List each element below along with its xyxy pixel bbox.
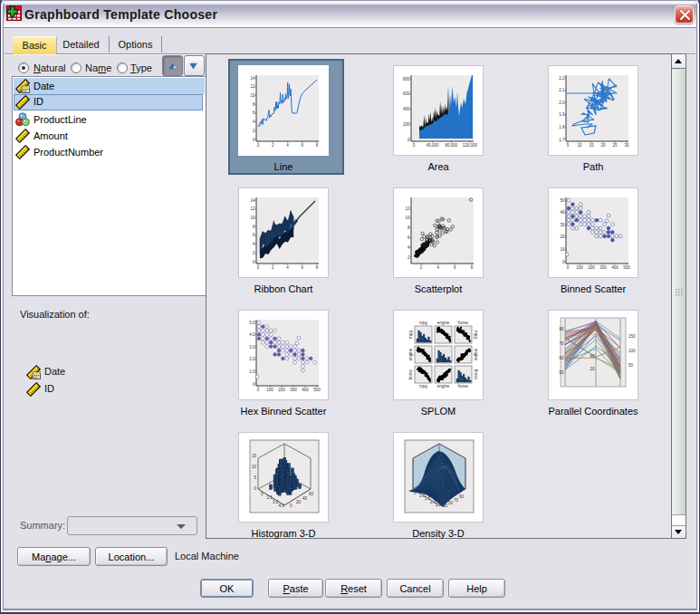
svg-text:4: 4: [408, 245, 410, 250]
svg-text:mpg: mpg: [408, 331, 413, 339]
svg-text:mpg: mpg: [474, 331, 478, 339]
svg-text:4: 4: [253, 120, 255, 124]
svg-text:engine: engine: [474, 349, 478, 361]
svg-text:2: 2: [272, 143, 274, 148]
svg-text:0: 0: [253, 382, 255, 387]
svg-text:2.2: 2.2: [559, 76, 565, 81]
svg-text:0: 0: [413, 143, 416, 148]
svg-text:12: 12: [405, 206, 410, 211]
svg-text:200: 200: [278, 388, 285, 392]
svg-text:horse: horse: [458, 384, 469, 389]
svg-text:30: 30: [624, 143, 629, 148]
svg-text:20: 20: [590, 367, 595, 371]
svg-text:0: 0: [408, 138, 410, 142]
svg-text:800: 800: [403, 77, 410, 82]
svg-text:horse: horse: [458, 321, 469, 325]
svg-text:500: 500: [623, 265, 630, 270]
svg-text:2.5: 2.5: [436, 503, 442, 507]
svg-text:1.0: 1.0: [249, 369, 255, 374]
svg-text:400: 400: [302, 388, 309, 392]
svg-text:6: 6: [454, 265, 456, 270]
svg-text:10: 10: [405, 216, 410, 220]
svg-text:6: 6: [253, 233, 255, 237]
svg-text:0: 0: [253, 138, 255, 142]
svg-text:engine: engine: [408, 348, 413, 360]
svg-text:100: 100: [628, 349, 636, 353]
svg-text:40: 40: [590, 354, 595, 359]
svg-text:400: 400: [403, 107, 410, 111]
svg-text:0: 0: [253, 260, 255, 264]
svg-text:600: 600: [403, 91, 410, 96]
svg-text:14: 14: [250, 76, 255, 81]
svg-text:15: 15: [589, 143, 594, 148]
svg-text:8: 8: [253, 225, 255, 229]
svg-text:horse: horse: [474, 369, 478, 380]
svg-text:200: 200: [588, 265, 595, 270]
svg-text:0: 0: [562, 260, 565, 264]
svg-text:120,000: 120,000: [463, 143, 478, 148]
svg-text:6: 6: [301, 265, 303, 270]
svg-text:60: 60: [559, 356, 564, 360]
svg-text:6: 6: [408, 235, 410, 240]
svg-text:40,000: 40,000: [427, 143, 439, 148]
svg-text:0: 0: [257, 265, 260, 270]
svg-text:10: 10: [577, 143, 582, 148]
svg-text:50: 50: [448, 501, 454, 505]
svg-text:100: 100: [576, 265, 583, 270]
svg-text:6: 6: [253, 110, 255, 115]
svg-text:8: 8: [408, 225, 410, 230]
svg-text:25: 25: [612, 143, 618, 148]
svg-text:70: 70: [454, 498, 459, 503]
svg-text:80,000: 80,000: [445, 143, 457, 148]
svg-text:10: 10: [250, 93, 255, 98]
svg-text:10: 10: [252, 465, 257, 469]
svg-text:300: 300: [599, 265, 607, 270]
svg-text:12: 12: [250, 84, 255, 89]
svg-text:30: 30: [560, 223, 565, 227]
svg-text:4: 4: [286, 265, 289, 270]
svg-text:20: 20: [560, 235, 565, 239]
svg-text:2.0: 2.0: [249, 357, 255, 361]
svg-text:12: 12: [250, 206, 255, 211]
svg-text:40: 40: [560, 210, 565, 215]
svg-text:2.0: 2.0: [559, 101, 565, 105]
svg-text:500: 500: [313, 388, 321, 392]
svg-text:80: 80: [559, 327, 564, 331]
svg-text:3.0: 3.0: [249, 345, 255, 350]
svg-text:60: 60: [309, 492, 314, 496]
svg-text:2: 2: [420, 265, 423, 270]
svg-text:100: 100: [266, 388, 273, 392]
svg-text:1.7: 1.7: [559, 138, 565, 142]
svg-text:4: 4: [436, 265, 439, 270]
svg-text:5.0: 5.0: [249, 321, 255, 325]
svg-text:14: 14: [250, 198, 255, 203]
svg-text:10: 10: [250, 216, 255, 220]
svg-text:2.1: 2.1: [559, 88, 565, 92]
svg-text:40: 40: [302, 496, 308, 501]
svg-text:4: 4: [286, 143, 289, 148]
svg-text:4: 4: [253, 242, 255, 246]
svg-text:200: 200: [403, 122, 410, 127]
svg-text:8: 8: [471, 265, 474, 270]
svg-text:30: 30: [443, 504, 448, 508]
svg-text:1.9: 1.9: [559, 112, 565, 117]
svg-text:10: 10: [560, 247, 565, 252]
svg-text:90: 90: [459, 494, 465, 499]
svg-text:400: 400: [611, 265, 618, 270]
svg-text:engine: engine: [437, 321, 450, 325]
svg-text:15: 15: [252, 454, 257, 458]
svg-text:20: 20: [296, 500, 302, 504]
svg-text:2: 2: [253, 251, 255, 255]
svg-text:150: 150: [628, 334, 636, 339]
svg-text:1.8: 1.8: [559, 125, 565, 130]
svg-text:8: 8: [253, 102, 255, 107]
svg-text:8: 8: [316, 143, 319, 148]
svg-text:20: 20: [600, 143, 606, 148]
svg-text:50: 50: [559, 370, 564, 375]
svg-text:5: 5: [567, 143, 570, 148]
svg-text:8: 8: [316, 265, 319, 270]
svg-text:0: 0: [257, 388, 260, 392]
svg-text:horse: horse: [408, 369, 413, 379]
svg-text:4.0: 4.0: [249, 332, 255, 337]
svg-text:70: 70: [559, 341, 564, 346]
